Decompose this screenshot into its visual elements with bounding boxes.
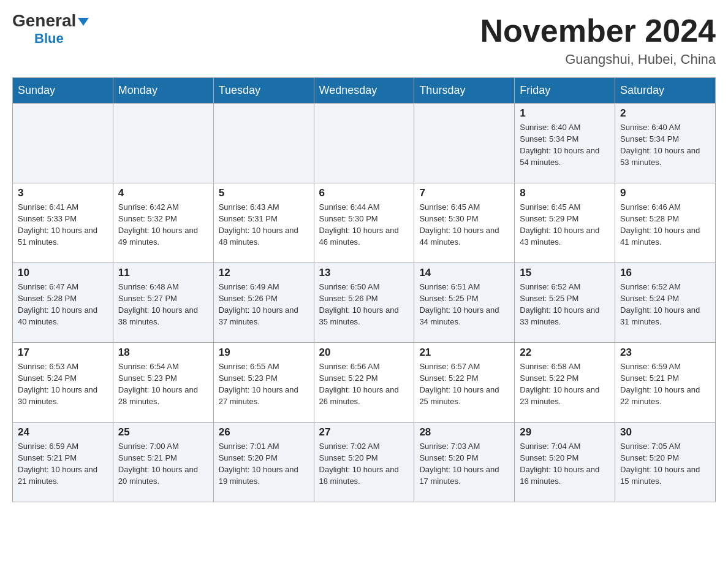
day-info: Sunrise: 6:52 AM Sunset: 5:25 PM Dayligh…	[520, 282, 610, 327]
table-cell: 1Sunrise: 6:40 AM Sunset: 5:34 PM Daylig…	[515, 104, 615, 183]
day-info: Sunrise: 6:54 AM Sunset: 5:23 PM Dayligh…	[118, 361, 208, 407]
month-title: November 2024	[480, 12, 716, 49]
calendar-row-1: 1Sunrise: 6:40 AM Sunset: 5:34 PM Daylig…	[13, 104, 716, 183]
day-number: 21	[419, 347, 509, 359]
day-info: Sunrise: 6:42 AM Sunset: 5:32 PM Dayligh…	[118, 202, 208, 248]
table-cell: 28Sunrise: 7:03 AM Sunset: 5:20 PM Dayli…	[414, 423, 515, 502]
day-info: Sunrise: 6:47 AM Sunset: 5:28 PM Dayligh…	[18, 282, 108, 327]
table-cell: 24Sunrise: 6:59 AM Sunset: 5:21 PM Dayli…	[13, 423, 113, 502]
day-number: 24	[18, 426, 108, 439]
day-number: 28	[419, 426, 509, 439]
weekday-header-row: Sunday Monday Tuesday Wednesday Thursday…	[13, 78, 716, 104]
calendar-row-3: 10Sunrise: 6:47 AM Sunset: 5:28 PM Dayli…	[13, 263, 716, 343]
day-info: Sunrise: 7:00 AM Sunset: 5:21 PM Dayligh…	[118, 441, 208, 487]
table-cell: 13Sunrise: 6:50 AM Sunset: 5:26 PM Dayli…	[314, 263, 414, 343]
day-info: Sunrise: 6:41 AM Sunset: 5:33 PM Dayligh…	[18, 202, 108, 248]
logo: General Blue	[12, 12, 89, 47]
day-number: 19	[219, 347, 309, 359]
day-info: Sunrise: 6:53 AM Sunset: 5:24 PM Dayligh…	[18, 361, 108, 407]
day-number: 9	[620, 187, 710, 199]
table-cell: 5Sunrise: 6:43 AM Sunset: 5:31 PM Daylig…	[213, 183, 314, 263]
page-header: General Blue November 2024 Guangshui, Hu…	[12, 12, 716, 67]
day-info: Sunrise: 6:48 AM Sunset: 5:27 PM Dayligh…	[118, 282, 208, 327]
day-info: Sunrise: 6:45 AM Sunset: 5:29 PM Dayligh…	[520, 202, 610, 248]
header-tuesday: Tuesday	[213, 78, 314, 104]
day-number: 27	[319, 426, 409, 439]
table-cell: 7Sunrise: 6:45 AM Sunset: 5:30 PM Daylig…	[414, 183, 515, 263]
day-number: 29	[520, 426, 610, 439]
table-cell	[13, 104, 113, 183]
table-cell: 27Sunrise: 7:02 AM Sunset: 5:20 PM Dayli…	[314, 423, 414, 502]
table-cell	[113, 104, 213, 183]
day-number: 13	[319, 267, 409, 279]
day-number: 14	[419, 267, 509, 279]
day-number: 22	[520, 347, 610, 359]
day-number: 3	[18, 187, 108, 199]
calendar-row-5: 24Sunrise: 6:59 AM Sunset: 5:21 PM Dayli…	[13, 423, 716, 502]
header-monday: Monday	[113, 78, 213, 104]
table-cell: 14Sunrise: 6:51 AM Sunset: 5:25 PM Dayli…	[414, 263, 515, 343]
day-info: Sunrise: 6:44 AM Sunset: 5:30 PM Dayligh…	[319, 202, 409, 248]
table-cell: 19Sunrise: 6:55 AM Sunset: 5:23 PM Dayli…	[213, 343, 314, 423]
table-cell: 16Sunrise: 6:52 AM Sunset: 5:24 PM Dayli…	[615, 263, 716, 343]
day-info: Sunrise: 6:52 AM Sunset: 5:24 PM Dayligh…	[620, 282, 710, 327]
table-cell: 4Sunrise: 6:42 AM Sunset: 5:32 PM Daylig…	[113, 183, 213, 263]
table-cell: 17Sunrise: 6:53 AM Sunset: 5:24 PM Dayli…	[13, 343, 113, 423]
day-number: 11	[118, 267, 208, 279]
day-info: Sunrise: 7:01 AM Sunset: 5:20 PM Dayligh…	[219, 441, 309, 487]
day-number: 17	[18, 347, 108, 359]
table-cell: 11Sunrise: 6:48 AM Sunset: 5:27 PM Dayli…	[113, 263, 213, 343]
day-number: 18	[118, 347, 208, 359]
table-cell: 2Sunrise: 6:40 AM Sunset: 5:34 PM Daylig…	[615, 104, 716, 183]
day-number: 20	[319, 347, 409, 359]
header-saturday: Saturday	[615, 78, 716, 104]
table-cell: 18Sunrise: 6:54 AM Sunset: 5:23 PM Dayli…	[113, 343, 213, 423]
table-cell: 23Sunrise: 6:59 AM Sunset: 5:21 PM Dayli…	[615, 343, 716, 423]
day-info: Sunrise: 6:43 AM Sunset: 5:31 PM Dayligh…	[219, 202, 309, 248]
table-cell	[414, 104, 515, 183]
table-cell: 6Sunrise: 6:44 AM Sunset: 5:30 PM Daylig…	[314, 183, 414, 263]
title-block: November 2024 Guangshui, Hubei, China	[480, 12, 716, 67]
calendar-table: Sunday Monday Tuesday Wednesday Thursday…	[12, 77, 716, 502]
header-thursday: Thursday	[414, 78, 515, 104]
header-friday: Friday	[515, 78, 615, 104]
day-info: Sunrise: 6:45 AM Sunset: 5:30 PM Dayligh…	[419, 202, 509, 248]
day-info: Sunrise: 6:58 AM Sunset: 5:22 PM Dayligh…	[520, 361, 610, 407]
calendar-row-2: 3Sunrise: 6:41 AM Sunset: 5:33 PM Daylig…	[13, 183, 716, 263]
table-cell: 15Sunrise: 6:52 AM Sunset: 5:25 PM Dayli…	[515, 263, 615, 343]
day-number: 30	[620, 426, 710, 439]
day-number: 8	[520, 187, 610, 199]
table-cell: 21Sunrise: 6:57 AM Sunset: 5:22 PM Dayli…	[414, 343, 515, 423]
day-info: Sunrise: 7:03 AM Sunset: 5:20 PM Dayligh…	[419, 441, 509, 487]
day-number: 10	[18, 267, 108, 279]
table-cell	[314, 104, 414, 183]
table-cell: 22Sunrise: 6:58 AM Sunset: 5:22 PM Dayli…	[515, 343, 615, 423]
table-cell: 25Sunrise: 7:00 AM Sunset: 5:21 PM Dayli…	[113, 423, 213, 502]
day-info: Sunrise: 6:40 AM Sunset: 5:34 PM Dayligh…	[620, 122, 710, 168]
table-cell: 29Sunrise: 7:04 AM Sunset: 5:20 PM Dayli…	[515, 423, 615, 502]
table-cell: 9Sunrise: 6:46 AM Sunset: 5:28 PM Daylig…	[615, 183, 716, 263]
day-number: 16	[620, 267, 710, 279]
day-info: Sunrise: 6:49 AM Sunset: 5:26 PM Dayligh…	[219, 282, 309, 327]
table-cell: 10Sunrise: 6:47 AM Sunset: 5:28 PM Dayli…	[13, 263, 113, 343]
day-info: Sunrise: 7:05 AM Sunset: 5:20 PM Dayligh…	[620, 441, 710, 487]
table-cell	[213, 104, 314, 183]
day-info: Sunrise: 6:57 AM Sunset: 5:22 PM Dayligh…	[419, 361, 509, 407]
day-number: 25	[118, 426, 208, 439]
day-info: Sunrise: 6:59 AM Sunset: 5:21 PM Dayligh…	[18, 441, 108, 487]
location: Guangshui, Hubei, China	[480, 52, 716, 67]
day-info: Sunrise: 6:51 AM Sunset: 5:25 PM Dayligh…	[419, 282, 509, 327]
day-number: 12	[219, 267, 309, 279]
header-sunday: Sunday	[13, 78, 113, 104]
day-info: Sunrise: 6:55 AM Sunset: 5:23 PM Dayligh…	[219, 361, 309, 407]
table-cell: 8Sunrise: 6:45 AM Sunset: 5:29 PM Daylig…	[515, 183, 615, 263]
day-number: 5	[219, 187, 309, 199]
day-number: 23	[620, 347, 710, 359]
day-number: 1	[520, 107, 610, 120]
logo-general: General	[12, 12, 89, 29]
day-number: 4	[118, 187, 208, 199]
day-info: Sunrise: 7:02 AM Sunset: 5:20 PM Dayligh…	[319, 441, 409, 487]
calendar-row-4: 17Sunrise: 6:53 AM Sunset: 5:24 PM Dayli…	[13, 343, 716, 423]
day-number: 15	[520, 267, 610, 279]
day-number: 2	[620, 107, 710, 120]
